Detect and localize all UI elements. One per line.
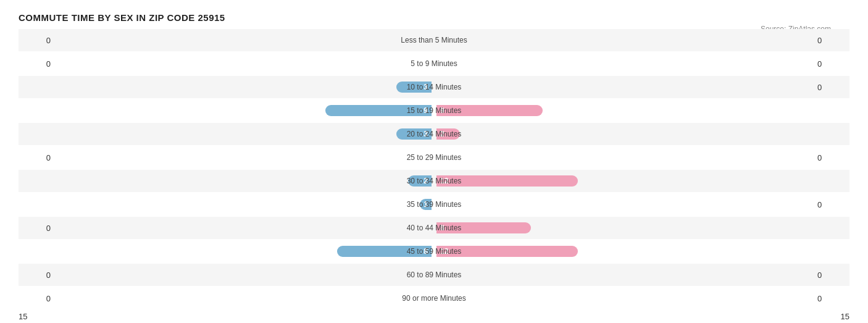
- right-value: 0: [812, 59, 849, 69]
- female-bar-wrap: 9: [434, 104, 812, 117]
- male-bar: 3: [396, 82, 432, 93]
- female-bar-wrap: [434, 268, 812, 282]
- left-value: 0: [19, 271, 56, 280]
- male-bar: 9: [325, 105, 432, 116]
- bars-container: 8 45 to 59 Minutes 12: [56, 240, 812, 262]
- chart-row: 0 5 to 9 Minutes 0: [19, 52, 849, 75]
- left-value: 0: [19, 36, 56, 45]
- male-bar-value: 1: [420, 200, 432, 209]
- male-bar-wrap: 3: [56, 80, 434, 94]
- chart-row: 2 30 to 34 Minutes 12: [19, 170, 849, 192]
- male-bar-wrap: 1: [56, 198, 434, 211]
- bars-container: 90 or more Minutes: [56, 287, 812, 309]
- bars-container: 1 35 to 39 Minutes: [56, 193, 812, 216]
- bars-container: 3 10 to 14 Minutes: [56, 76, 812, 98]
- bottom-right-label: 15: [841, 312, 849, 321]
- right-value: 0: [812, 83, 849, 92]
- female-bar-value: 12: [436, 177, 452, 185]
- chart-row: 0 90 or more Minutes 0: [19, 287, 849, 309]
- male-bar-wrap: 2: [56, 174, 434, 188]
- right-value: 0: [812, 271, 849, 280]
- left-value: 0: [19, 294, 56, 303]
- male-bar-value: 8: [420, 247, 432, 256]
- female-bar: 8: [436, 222, 531, 233]
- female-bar-wrap: 8: [434, 221, 812, 235]
- right-value: 0: [812, 294, 849, 303]
- bars-container: 9 15 to 19 Minutes 9: [56, 99, 812, 122]
- bottom-left-label: 15: [19, 312, 27, 321]
- male-bar-value: 3: [420, 83, 432, 91]
- bars-container: 40 to 44 Minutes 8: [56, 217, 812, 239]
- male-bar-wrap: [56, 57, 434, 70]
- chart-area: 0 Less than 5 Minutes 0 0 5 to 9: [19, 29, 849, 323]
- female-bar-wrap: [434, 57, 812, 70]
- male-bar: 1: [420, 199, 432, 210]
- male-bar: 2: [408, 175, 432, 187]
- bars-container: 25 to 29 Minutes: [56, 146, 812, 169]
- chart-row: 3 20 to 24 Minutes 2: [19, 123, 849, 145]
- male-bar-wrap: 3: [56, 127, 434, 141]
- female-bar: 9: [436, 105, 543, 116]
- chart-row: 8 45 to 59 Minutes 12: [19, 240, 849, 262]
- female-bar-value: 12: [436, 247, 452, 256]
- chart-row: 9 15 to 19 Minutes 9: [19, 99, 849, 122]
- right-value: 0: [812, 36, 849, 45]
- female-bar-wrap: 2: [434, 127, 812, 141]
- male-bar-value: 3: [420, 130, 432, 138]
- male-bar-wrap: [56, 268, 434, 282]
- male-bar-wrap: [56, 151, 434, 164]
- female-bar-wrap: [434, 151, 812, 164]
- bottom-labels: 15 15: [19, 312, 849, 321]
- right-value: 0: [812, 200, 849, 209]
- female-bar: 12: [436, 175, 578, 187]
- bars-container: Less than 5 Minutes: [56, 29, 812, 51]
- male-bar-value: 9: [420, 106, 432, 115]
- male-bar-wrap: [56, 292, 434, 305]
- male-bar-wrap: 8: [56, 245, 434, 258]
- chart-row: 0 60 to 89 Minutes 0: [19, 264, 849, 286]
- female-bar: 12: [436, 246, 578, 257]
- female-bar-wrap: [434, 80, 812, 94]
- bars-container: 3 20 to 24 Minutes 2: [56, 123, 812, 145]
- chart-title: COMMUTE TIME BY SEX IN ZIP CODE 25915: [19, 12, 849, 23]
- right-value: 0: [812, 153, 849, 162]
- female-bar-value: 9: [436, 106, 448, 115]
- chart-row: 0 Less than 5 Minutes 0: [19, 29, 849, 51]
- female-bar-value: 2: [436, 130, 448, 138]
- female-bar-wrap: [434, 198, 812, 211]
- left-value: 0: [19, 224, 56, 233]
- bars-container: 60 to 89 Minutes: [56, 264, 812, 286]
- bars-container: 5 to 9 Minutes: [56, 52, 812, 75]
- bars-container: 2 30 to 34 Minutes 12: [56, 170, 812, 192]
- chart-row: 0 25 to 29 Minutes 0: [19, 146, 849, 169]
- male-bar-wrap: 9: [56, 104, 434, 117]
- chart-row: 0 40 to 44 Minutes 8: [19, 217, 849, 239]
- male-bar: 3: [396, 128, 432, 140]
- male-bar-wrap: [56, 33, 434, 47]
- female-bar-wrap: [434, 33, 812, 47]
- female-bar-wrap: 12: [434, 174, 812, 188]
- female-bar-wrap: [434, 292, 812, 305]
- female-bar: 2: [436, 128, 460, 140]
- male-bar: 8: [337, 246, 432, 257]
- male-bar-wrap: [56, 221, 434, 235]
- left-value: 0: [19, 59, 56, 69]
- male-bar-value: 2: [420, 177, 432, 185]
- female-bar-wrap: 12: [434, 245, 812, 258]
- left-value: 0: [19, 153, 56, 162]
- chart-row: 3 10 to 14 Minutes 0: [19, 76, 849, 98]
- female-bar-value: 8: [436, 224, 448, 232]
- chart-row: 1 35 to 39 Minutes 0: [19, 193, 849, 216]
